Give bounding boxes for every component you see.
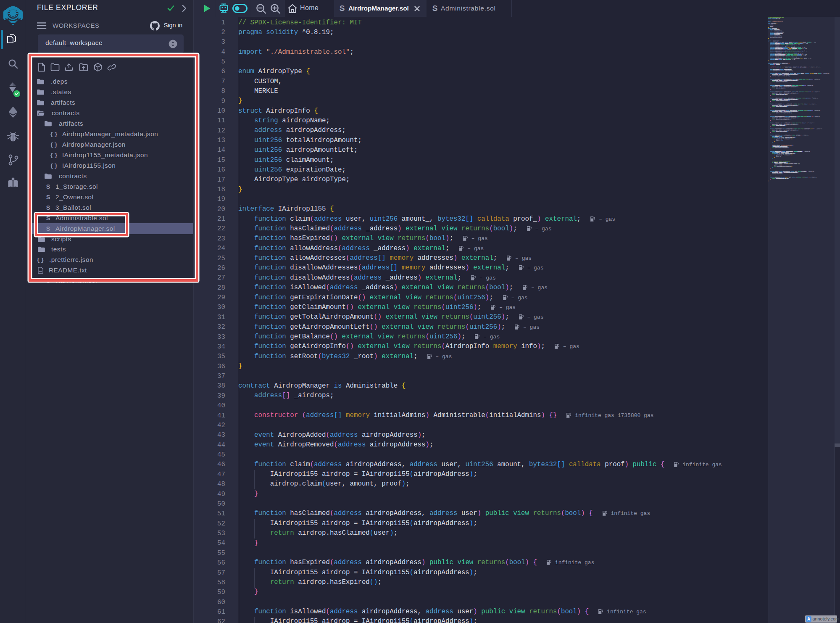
svg-text:S: S: [340, 4, 345, 13]
svg-text:S: S: [432, 4, 438, 13]
